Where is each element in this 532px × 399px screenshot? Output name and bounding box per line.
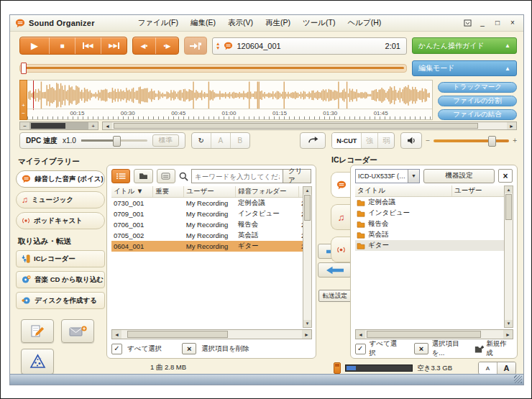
folder-row[interactable]: 英会話	[355, 229, 505, 240]
zoom-out-button[interactable]: −	[20, 122, 29, 129]
wave-scroll-thumb[interactable]	[114, 123, 478, 129]
scroll-right-icon[interactable]: ►	[503, 330, 513, 339]
transfer-settings-button[interactable]: 転送設定	[318, 290, 352, 302]
select-all-checkbox[interactable]: ✓	[111, 344, 122, 354]
table-row[interactable]: 0705_002 My Recording 英会話 2012/0	[111, 230, 303, 241]
recorder-hscroll-track[interactable]	[365, 330, 503, 339]
waveform-display[interactable]: 00:15 00:30 00:45 01:00 01:15 01:30 01:4…	[27, 80, 433, 120]
zoom-in-button[interactable]: +	[88, 122, 98, 129]
sidebar-item-create-disc[interactable]: ディスクを作成する	[16, 292, 105, 309]
sidebar-item-ic-recorder[interactable]: ICレコーダー	[16, 250, 105, 267]
recorder-tab-voice[interactable]	[331, 172, 351, 198]
recorder-hscroll-thumb[interactable]	[367, 331, 481, 338]
easy-guide-button[interactable]: かんたん操作ガイド ▲	[412, 37, 517, 54]
dpc-slider[interactable]	[81, 139, 147, 142]
menu-help[interactable]: ヘルプ(H)	[347, 18, 381, 28]
sidebar-item-voice[interactable]: 録音した音声 (ボイス)	[16, 170, 105, 188]
zoom-slider-thumb[interactable]	[31, 123, 65, 129]
menu-file[interactable]: ファイル(F)	[138, 18, 178, 28]
folder-row[interactable]: ギター	[355, 240, 505, 251]
table-row[interactable]: 0730_001 My Recording 定例会議 2012/	[111, 198, 303, 208]
fast-forward-button[interactable]: •▶	[156, 37, 178, 54]
zoom-out-vertical-button[interactable]: −	[22, 111, 25, 116]
library-hscroll-track[interactable]	[121, 330, 302, 339]
column-user[interactable]: ユーザー	[452, 185, 505, 196]
recorder-vscroll-track[interactable]	[505, 193, 513, 320]
previous-button[interactable]: ◀◀	[75, 37, 101, 54]
recorder-tab-podcast[interactable]	[331, 237, 351, 262]
search-clear-button[interactable]: クリア	[283, 170, 311, 183]
join-file-button[interactable]: ファイルの結合	[438, 109, 517, 120]
sidebar-item-podcast[interactable]: ポッドキャスト	[16, 212, 105, 229]
current-file-display[interactable]: ▲ ▼ 120604_001 2:01	[212, 37, 407, 55]
edit-file-button[interactable]	[21, 319, 54, 343]
volume-slider-handle[interactable]	[488, 136, 496, 147]
noise-cut-weak-button[interactable]: 弱	[378, 133, 394, 148]
library-vscroll-track[interactable]	[303, 194, 311, 320]
menu-edit[interactable]: 編集(E)	[191, 18, 216, 28]
table-row-selected[interactable]: 0604_001 My Recording ギター 2012/0	[111, 241, 303, 252]
device-settings-button[interactable]: 機器設定	[423, 169, 495, 183]
column-folder[interactable]: 録音フォルダー	[236, 186, 299, 197]
delete-selected-button[interactable]: ×	[414, 343, 428, 354]
recorder-vertical-scrollbar[interactable]: ▲ ▼	[504, 185, 513, 328]
library-horizontal-scrollbar[interactable]: ◄ ►	[111, 329, 312, 339]
maximize-button[interactable]: □	[492, 19, 503, 28]
stop-button[interactable]: ■	[50, 37, 75, 54]
wave-scrollbar[interactable]: ◄ ►	[102, 121, 517, 130]
chevron-down-icon[interactable]: ▼	[408, 170, 419, 183]
minimize-button[interactable]: _	[477, 19, 488, 28]
new-folder-button[interactable]: 新規作成	[474, 339, 513, 358]
column-important[interactable]: 重要	[153, 186, 184, 197]
table-row[interactable]: 0706_001 My Recording 報告会 2012/0	[111, 219, 303, 230]
font-large-button[interactable]: A	[497, 362, 515, 374]
loop-play-button[interactable]	[301, 133, 325, 148]
scroll-left-icon[interactable]: ◄	[112, 330, 121, 339]
seek-handle[interactable]	[21, 63, 27, 74]
seek-bar[interactable]	[19, 64, 407, 73]
device-select[interactable]: ICD-UX533F (… ▼	[355, 169, 420, 183]
zoom-in-vertical-button[interactable]: +	[22, 103, 25, 109]
rewind-button[interactable]: ◀•	[133, 37, 156, 54]
volume-plus-label[interactable]: +	[513, 137, 517, 145]
sidebar-item-import-cd[interactable]: 音楽 CD から取り込む	[16, 271, 105, 288]
scroll-left-icon[interactable]: ◄	[103, 122, 112, 129]
noise-cut-strong-button[interactable]: 強	[362, 133, 378, 148]
resize-grip[interactable]	[514, 375, 522, 383]
folder-row[interactable]: インタビュー	[355, 208, 505, 219]
scroll-up-icon[interactable]: ▲	[303, 187, 311, 194]
dock-icon[interactable]	[462, 19, 473, 28]
view-list-button[interactable]	[111, 169, 130, 183]
scroll-right-icon[interactable]: ►	[507, 122, 516, 129]
scroll-left-icon[interactable]: ◄	[356, 330, 365, 339]
table-row[interactable]: 0709_001 My Recording インタビュー 2012/	[111, 208, 303, 219]
column-title[interactable]: イトル ▼	[111, 186, 153, 197]
ab-repeat-b-button[interactable]: B	[231, 133, 249, 148]
font-small-button[interactable]: A	[479, 362, 497, 374]
delete-selected-button[interactable]: ×	[182, 343, 196, 354]
repeat-button[interactable]: ↻	[192, 133, 211, 148]
recorder-vscroll-thumb[interactable]	[505, 194, 512, 220]
view-calendar-button[interactable]	[157, 169, 175, 183]
track-mark-button[interactable]: トラックマーク	[438, 82, 517, 93]
library-vscroll-thumb[interactable]	[304, 195, 311, 221]
folder-row[interactable]: 報告会	[355, 219, 505, 229]
select-all-checkbox[interactable]: ✓	[355, 344, 366, 354]
jump-to-mark-button[interactable]	[184, 37, 207, 55]
edit-mode-button[interactable]: 編集モード ▲	[412, 60, 517, 76]
library-vertical-scrollbar[interactable]: ▲ ▼	[303, 186, 312, 328]
volume-slider[interactable]	[434, 139, 509, 142]
close-button[interactable]: ×	[507, 19, 518, 28]
mute-button[interactable]	[401, 133, 421, 148]
zoom-slider[interactable]	[29, 122, 88, 129]
recorder-horizontal-scrollbar[interactable]: ◄ ►	[355, 329, 513, 339]
sidebar-item-music[interactable]: ♫ ミュージック	[16, 191, 105, 208]
noise-cut-label[interactable]: N-CUT	[332, 133, 362, 148]
dpc-standard-button[interactable]: 標準	[152, 134, 179, 147]
split-file-button[interactable]: ファイルの分割	[438, 96, 517, 106]
column-title[interactable]: タイトル	[355, 185, 452, 196]
recorder-close-button[interactable]: ×	[498, 169, 513, 183]
scroll-right-icon[interactable]: ►	[302, 330, 311, 339]
folder-row[interactable]: 定例会議	[355, 197, 505, 208]
wave-scroll-track[interactable]	[112, 122, 507, 129]
